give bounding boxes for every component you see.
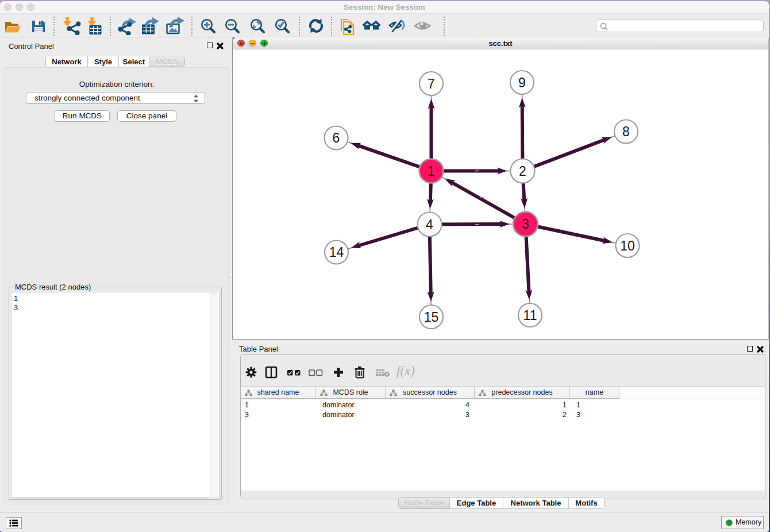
svg-text:1: 1: [428, 164, 435, 179]
svg-text:8: 8: [622, 124, 630, 139]
svg-text:9: 9: [518, 75, 526, 90]
svg-text:15: 15: [424, 310, 439, 325]
svg-text:6: 6: [333, 130, 340, 145]
svg-text:7: 7: [428, 76, 435, 91]
svg-text:3: 3: [522, 217, 529, 232]
svg-text:14: 14: [329, 245, 344, 260]
svg-text:11: 11: [523, 308, 537, 323]
svg-text:4: 4: [426, 217, 433, 232]
svg-text:2: 2: [519, 164, 526, 179]
svg-text:10: 10: [620, 238, 635, 253]
